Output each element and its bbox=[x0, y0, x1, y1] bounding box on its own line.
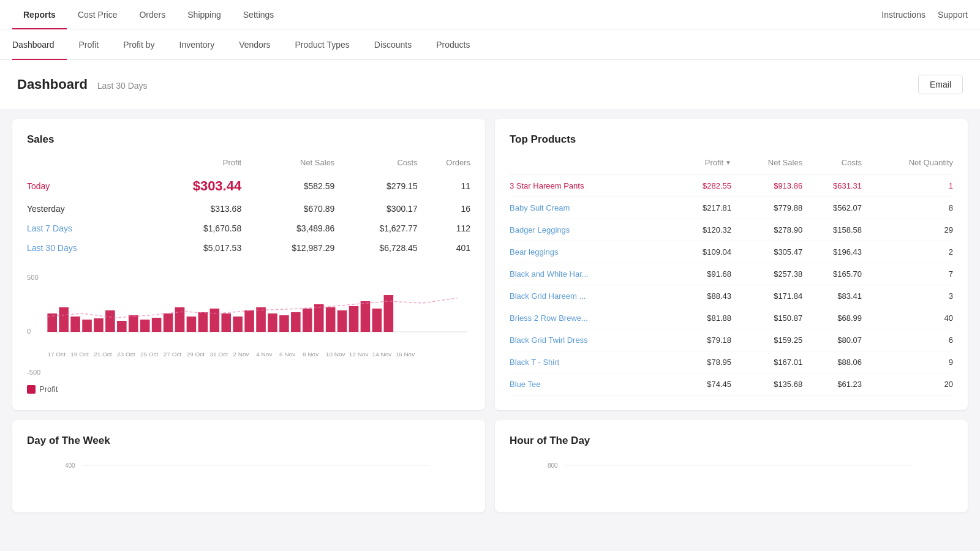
product-name[interactable]: Blue Tee bbox=[510, 373, 672, 395]
table-row: Blue Tee $74.45 $135.68 $61.23 20 bbox=[510, 373, 953, 395]
product-name[interactable]: Bear leggings bbox=[510, 241, 672, 263]
svg-text:29 Oct: 29 Oct bbox=[187, 351, 205, 357]
col-orders: Orders bbox=[418, 158, 470, 173]
hour-of-day-card: Hour of The Day 800 bbox=[495, 420, 968, 512]
netsales-yesterday: $670.89 bbox=[241, 199, 334, 219]
nav-cost-price[interactable]: Cost Price bbox=[67, 0, 129, 29]
svg-rect-30 bbox=[349, 306, 359, 332]
netsales-last7: $3,489.86 bbox=[241, 219, 334, 238]
svg-rect-12 bbox=[140, 320, 150, 332]
legend-color-box bbox=[27, 385, 36, 394]
netsales-today: $582.59 bbox=[241, 173, 334, 199]
svg-rect-15 bbox=[175, 307, 185, 332]
tab-discounts[interactable]: Discounts bbox=[362, 29, 424, 60]
nav-orders[interactable]: Orders bbox=[128, 0, 176, 29]
hour-chart-area: 800 bbox=[510, 459, 953, 498]
tab-product-types[interactable]: Product Types bbox=[283, 29, 362, 60]
tab-inventory[interactable]: Inventory bbox=[167, 29, 227, 60]
svg-text:500: 500 bbox=[27, 274, 39, 281]
product-name[interactable]: Baby Suit Cream bbox=[510, 197, 672, 219]
product-qty: 20 bbox=[862, 373, 953, 395]
costs-last7: $1,627.77 bbox=[334, 219, 417, 238]
svg-rect-10 bbox=[117, 321, 127, 332]
tab-vendors[interactable]: Vendors bbox=[227, 29, 282, 60]
product-name[interactable]: Black Grid Twirl Dress bbox=[510, 329, 672, 351]
product-qty: 8 bbox=[862, 197, 953, 219]
product-profit: $109.04 bbox=[672, 241, 731, 263]
product-name[interactable]: Black Grid Hareem ... bbox=[510, 285, 672, 307]
orders-today: 11 bbox=[418, 173, 470, 199]
table-row: Last 7 Days $1,670.58 $3,489.86 $1,627.7… bbox=[27, 219, 470, 238]
profit-last7: $1,670.58 bbox=[135, 219, 241, 238]
product-qty: 2 bbox=[862, 241, 953, 263]
product-profit: $217.81 bbox=[672, 197, 731, 219]
nav-shipping[interactable]: Shipping bbox=[176, 0, 232, 29]
product-qty: 1 bbox=[862, 175, 953, 197]
svg-text:27 Oct: 27 Oct bbox=[164, 351, 182, 357]
product-netsales: $150.87 bbox=[731, 307, 802, 329]
product-profit: $79.18 bbox=[672, 329, 731, 351]
nav-instructions[interactable]: Instructions bbox=[881, 10, 925, 20]
netsales-last30: $12,987.29 bbox=[241, 238, 334, 258]
legend-label: Profit bbox=[39, 384, 58, 394]
profit-sort-btn[interactable]: Profit ▼ bbox=[705, 158, 731, 167]
products-col-name bbox=[510, 158, 672, 175]
svg-text:800: 800 bbox=[548, 462, 558, 469]
products-col-profit[interactable]: Profit ▼ bbox=[672, 158, 731, 175]
product-netsales: $913.86 bbox=[731, 175, 802, 197]
svg-rect-33 bbox=[384, 295, 394, 332]
product-name[interactable]: Black T - Shirt bbox=[510, 351, 672, 373]
svg-text:16 Nov: 16 Nov bbox=[395, 351, 415, 357]
product-netsales: $135.68 bbox=[731, 373, 802, 395]
products-col-costs: Costs bbox=[802, 158, 862, 175]
product-qty: 6 bbox=[862, 329, 953, 351]
tab-products[interactable]: Products bbox=[424, 29, 482, 60]
product-name[interactable]: Black and White Har... bbox=[510, 263, 672, 285]
product-name[interactable]: 3 Star Hareem Pants bbox=[510, 175, 672, 197]
col-costs: Costs bbox=[334, 158, 417, 173]
product-profit: $78.95 bbox=[672, 351, 731, 373]
svg-text:8 Nov: 8 Nov bbox=[303, 351, 318, 357]
svg-rect-22 bbox=[256, 307, 266, 332]
svg-rect-18 bbox=[210, 309, 220, 332]
tab-dashboard[interactable]: Dashboard bbox=[12, 29, 67, 60]
nav-support[interactable]: Support bbox=[938, 10, 968, 20]
top-nav: Reports Cost Price Orders Shipping Setti… bbox=[0, 0, 980, 29]
products-col-qty: Net Quantity bbox=[862, 158, 953, 175]
svg-text:14 Nov: 14 Nov bbox=[372, 351, 392, 357]
product-name[interactable]: Badger Leggings bbox=[510, 219, 672, 241]
profit-today: $303.44 bbox=[135, 173, 241, 199]
hour-chart-svg: 800 bbox=[510, 459, 953, 496]
product-name[interactable]: Briess 2 Row Brewe... bbox=[510, 307, 672, 329]
svg-rect-28 bbox=[326, 307, 336, 332]
table-row: Last 30 Days $5,017.53 $12,987.29 $6,728… bbox=[27, 238, 470, 258]
products-table: Profit ▼ Net Sales Costs Net Quantity 3 … bbox=[510, 158, 953, 395]
top-nav-right: Instructions Support bbox=[881, 10, 968, 20]
nav-reports[interactable]: Reports bbox=[12, 0, 67, 29]
table-row: Black and White Har... $91.68 $257.38 $1… bbox=[510, 263, 953, 285]
svg-rect-29 bbox=[337, 310, 347, 332]
svg-rect-11 bbox=[129, 315, 138, 332]
products-col-netsales: Net Sales bbox=[731, 158, 802, 175]
col-profit: Profit bbox=[135, 158, 241, 173]
bar-chart: 500 0 -500 bbox=[27, 268, 470, 394]
product-profit: $81.88 bbox=[672, 307, 731, 329]
period-label: Today bbox=[27, 173, 135, 199]
svg-text:19 Oct: 19 Oct bbox=[70, 351, 89, 357]
svg-text:23 Oct: 23 Oct bbox=[117, 351, 135, 357]
table-row: Bear leggings $109.04 $305.47 $196.43 2 bbox=[510, 241, 953, 263]
product-qty: 7 bbox=[862, 263, 953, 285]
product-costs: $88.06 bbox=[802, 351, 862, 373]
product-netsales: $779.88 bbox=[731, 197, 802, 219]
nav-settings[interactable]: Settings bbox=[232, 0, 285, 29]
svg-rect-6 bbox=[70, 317, 80, 332]
product-costs: $165.70 bbox=[802, 263, 862, 285]
email-button[interactable]: Email bbox=[918, 75, 963, 94]
product-profit: $120.32 bbox=[672, 219, 731, 241]
svg-rect-25 bbox=[291, 312, 301, 332]
tab-profit-by[interactable]: Profit by bbox=[111, 29, 167, 60]
svg-rect-20 bbox=[233, 317, 243, 332]
top-nav-left: Reports Cost Price Orders Shipping Setti… bbox=[12, 0, 285, 29]
tab-profit[interactable]: Profit bbox=[67, 29, 111, 60]
sales-title: Sales bbox=[27, 133, 470, 146]
